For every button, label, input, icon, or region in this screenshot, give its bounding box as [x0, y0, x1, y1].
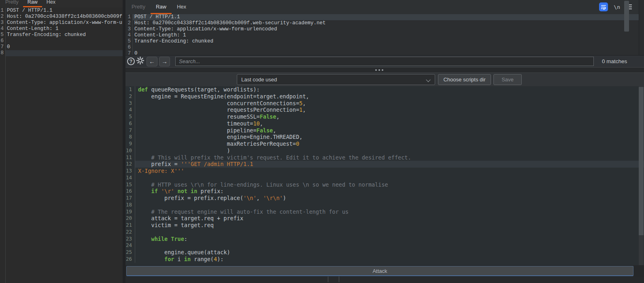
- left-request-editor[interactable]: 1POST / HTTP/1.12Host: 0a2700cc04338ff2c…: [0, 8, 123, 283]
- line-number: 25: [125, 249, 135, 256]
- line-text: attack = target.req + prefix: [135, 215, 644, 222]
- code-line: 6 timeout=10,: [125, 120, 644, 127]
- search-input[interactable]: [175, 57, 594, 66]
- code-line: 8 engine=Engine.THREADED,: [125, 134, 644, 140]
- code-line: 26 for i in range(4):: [125, 256, 644, 263]
- line-text: POST / HTTP/1.1: [132, 14, 639, 20]
- chevron-down-icon: [427, 78, 431, 82]
- line-number: 3: [125, 100, 135, 107]
- line-number: 11: [125, 154, 135, 161]
- request-line: 4Content-Length: 1: [0, 26, 123, 32]
- line-number: 21: [125, 222, 135, 229]
- token: in: [191, 188, 197, 194]
- line-number: 2: [125, 93, 135, 100]
- code-line: 24: [125, 242, 644, 249]
- token: False: [257, 127, 273, 134]
- line-text: Transfer-Encoding: chunked: [132, 38, 639, 45]
- token: # This will prefix the victim's request.…: [138, 154, 411, 161]
- request-line: 1POST / HTTP/1.1: [0, 8, 123, 14]
- line-text: requestsPerConnection=1,: [135, 106, 644, 113]
- line-number: 5: [125, 113, 135, 120]
- token: engine = RequestEngine(endpoint=target.e…: [138, 93, 309, 100]
- script-toolbar: Last code used Choose scripts dir Save: [125, 73, 644, 86]
- line-text: [135, 174, 644, 181]
- left-editor-tabbar: PrettyRawHex: [0, 0, 123, 7]
- save-button[interactable]: Save: [493, 74, 522, 85]
- token: ): [283, 195, 286, 201]
- code-line: 2 engine = RequestEngine(endpoint=target…: [125, 93, 644, 100]
- tab-raw[interactable]: Raw: [151, 4, 172, 14]
- python-script-editor[interactable]: 1def queueRequests(target, wordlists):2 …: [125, 86, 644, 265]
- search-next-button[interactable]: →: [159, 57, 170, 66]
- line-number: 16: [125, 188, 135, 195]
- attack-button[interactable]: Attack: [126, 266, 633, 276]
- line-number: 9: [125, 140, 135, 147]
- token: prefix = prefix.replace(: [138, 195, 243, 201]
- token: ,: [276, 113, 279, 120]
- tab-pretty[interactable]: Pretty: [1, 0, 23, 7]
- tab-pretty[interactable]: Pretty: [126, 4, 151, 14]
- search-prev-button[interactable]: ←: [147, 57, 157, 66]
- section-splitter[interactable]: [125, 67, 644, 73]
- settings-gear-icon[interactable]: [136, 56, 145, 67]
- line-number: 23: [125, 236, 135, 243]
- line-text: engine=Engine.THREADED,: [135, 134, 644, 140]
- token: in: [184, 256, 191, 262]
- tab-raw[interactable]: Raw: [23, 0, 42, 7]
- line-text: victim = target.req: [135, 222, 644, 229]
- line-text: Transfer-Encoding: chunked: [5, 32, 123, 38]
- script-preset-dropdown[interactable]: Last code used: [237, 74, 435, 85]
- gutter-divider: [132, 14, 133, 55]
- code-line: 7 pipeline=False,: [125, 127, 644, 134]
- line-text: engine.queue(attack): [135, 249, 644, 256]
- line-text: timeout=10,: [135, 120, 644, 127]
- line-text: [135, 242, 644, 249]
- newline-icon[interactable]: \n: [614, 4, 620, 10]
- line-text: X-Ignore: X''': [135, 168, 644, 174]
- token: resumeSSL=: [138, 113, 260, 120]
- code-line: 20 attack = target.req + prefix: [125, 215, 644, 222]
- line-text: # This will prefix the victim's request.…: [135, 154, 644, 161]
- line-number: 7: [0, 44, 5, 50]
- line-number: 3: [0, 20, 5, 26]
- request-editor-scrollbar[interactable]: [624, 1, 629, 32]
- line-text: while True:: [135, 236, 644, 243]
- bottom-strip: [125, 277, 644, 283]
- token: [138, 236, 151, 242]
- token: [158, 188, 161, 194]
- token: prefix =: [138, 161, 181, 167]
- token: [138, 188, 151, 194]
- code-line: 10 ): [125, 147, 644, 154]
- word-wrap-icon[interactable]: [599, 2, 608, 11]
- request-editor[interactable]: 1POST / HTTP/1.12Host: 0a2700cc04338ff2c…: [125, 14, 639, 55]
- line-text: # HTTP uses \r\n for line-endings. Linux…: [135, 181, 644, 188]
- line-number: 6: [125, 45, 132, 51]
- token: i: [174, 256, 184, 262]
- code-line: 23 while True:: [125, 236, 644, 243]
- line-text: [132, 45, 639, 51]
- code-scrollbar-thumb[interactable]: [639, 87, 644, 235]
- tab-hex[interactable]: Hex: [172, 4, 191, 14]
- token: while: [151, 236, 168, 242]
- line-number: 10: [125, 147, 135, 154]
- line-text: 0: [132, 51, 639, 55]
- help-icon[interactable]: ?: [127, 57, 135, 65]
- code-line: 17 prefix = prefix.replace('\n', '\r\n'): [125, 195, 644, 202]
- line-number: 8: [125, 134, 135, 140]
- line-number: 1: [125, 14, 132, 20]
- choose-scripts-dir-button[interactable]: Choose scripts dir: [438, 74, 491, 85]
- token: ):: [217, 256, 223, 262]
- line-number: 3: [125, 26, 132, 32]
- line-number: 7: [125, 51, 132, 55]
- turbo-intruder-window: PrettyRawHex 1POST / HTTP/1.12Host: 0a27…: [0, 0, 644, 283]
- line-number: 4: [0, 26, 5, 32]
- line-number: 22: [125, 229, 135, 236]
- line-number: 2: [0, 14, 5, 20]
- token: ,: [260, 120, 263, 127]
- tab-hex[interactable]: Hex: [42, 0, 60, 7]
- code-line: 22: [125, 229, 644, 236]
- code-line: 13X-Ignore: X''': [125, 168, 644, 174]
- line-text: def queueRequests(target, wordlists):: [135, 86, 644, 93]
- panel-divider[interactable]: [123, 0, 125, 283]
- gutter-divider: [5, 8, 6, 283]
